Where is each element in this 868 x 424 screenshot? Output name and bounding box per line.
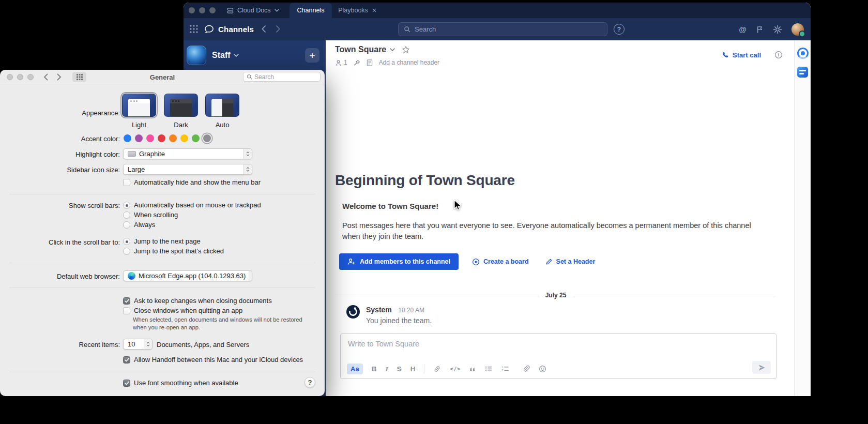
section-divider — [9, 194, 315, 194]
accent-swatch-graphite[interactable] — [203, 134, 211, 142]
help-button[interactable]: ? — [304, 377, 315, 388]
channel-info-icon[interactable] — [774, 51, 783, 59]
show-formatting-button[interactable]: Aa — [347, 364, 363, 374]
server-menu[interactable]: Cloud Docs — [227, 3, 279, 18]
radio-scrollbars-always[interactable]: Always — [123, 221, 155, 229]
radio-label: Jump to the next page — [134, 237, 201, 245]
add-channel-button[interactable]: + — [305, 48, 319, 63]
radio-jump-next-page[interactable]: Jump to the next page — [123, 237, 201, 245]
forward-button[interactable] — [53, 72, 65, 82]
checkbox-handoff[interactable]: Allow Handoff between this Mac and your … — [123, 356, 303, 364]
set-header-label: Set a Header — [556, 258, 596, 265]
team-avatar[interactable] — [187, 46, 206, 65]
zoom-window-button[interactable] — [209, 7, 216, 13]
appearance-option-dark[interactable]: Dark — [164, 94, 198, 129]
link-button[interactable] — [433, 365, 441, 373]
history-back-button[interactable] — [261, 25, 266, 33]
favorite-star-icon[interactable] — [402, 46, 410, 54]
code-button[interactable]: </> — [450, 366, 460, 372]
highlight-color-select[interactable]: Graphite — [123, 148, 252, 159]
back-button[interactable] — [39, 72, 52, 82]
accent-swatch-pink[interactable] — [146, 134, 154, 142]
close-window-button[interactable] — [7, 74, 13, 80]
window-controls[interactable] — [7, 74, 34, 80]
svg-text:2: 2 — [502, 369, 504, 372]
checkbox-label: Close windows when quitting an app — [134, 307, 242, 314]
italic-button[interactable]: I — [385, 365, 388, 373]
set-header-button[interactable]: Set a Header — [545, 258, 596, 265]
window-controls[interactable] — [189, 7, 216, 13]
user-avatar[interactable] — [791, 23, 804, 36]
quote-button[interactable] — [469, 366, 476, 372]
appearance-option-light[interactable]: Light — [122, 94, 156, 129]
checkbox-font-smoothing[interactable]: Use font smoothing when available — [123, 379, 238, 387]
radio-jump-to-spot[interactable]: Jump to the spot that’s clicked — [123, 247, 224, 255]
show-all-button[interactable] — [72, 72, 86, 82]
recent-items-select[interactable]: 10 — [123, 339, 153, 350]
tab-playbooks[interactable]: Playbooks — [333, 3, 381, 18]
help-button[interactable]: ? — [614, 24, 625, 35]
appearance-option-auto[interactable]: Auto — [205, 94, 239, 129]
preferences-search[interactable] — [243, 72, 321, 82]
accent-swatch-yellow[interactable] — [180, 134, 188, 142]
chevron-down-icon[interactable] — [390, 48, 395, 51]
strikethrough-button[interactable]: S — [397, 365, 402, 373]
product-switcher-icon[interactable] — [189, 24, 199, 34]
checkbox-ask-keep-changes[interactable]: Ask to keep changes when closing documen… — [123, 297, 272, 305]
start-call-button[interactable]: Start call — [722, 51, 761, 59]
numbered-list-button[interactable]: 12 — [501, 366, 509, 372]
sidebar-icon-size-select[interactable]: Large — [123, 164, 252, 175]
minimize-window-button[interactable] — [17, 74, 23, 80]
message-timestamp: 10:20 AM — [398, 307, 424, 314]
sidebar-icon-size-value: Large — [128, 165, 145, 173]
channel-files-icon[interactable] — [367, 59, 373, 66]
message-composer[interactable]: Write to Town Square Aa B I S H </> — [340, 334, 776, 379]
heading-button[interactable]: H — [410, 365, 416, 373]
create-board-button[interactable]: Create a board — [472, 258, 529, 266]
global-search[interactable] — [398, 22, 607, 36]
accent-swatch-purple[interactable] — [135, 134, 143, 142]
playbooks-app-icon[interactable] — [797, 48, 809, 59]
emoji-button[interactable] — [539, 365, 546, 373]
attachment-button[interactable] — [522, 365, 530, 373]
default-browser-select[interactable]: Microsoft Edge.app (104.0.1293.63) — [123, 270, 252, 281]
saved-posts-icon[interactable] — [756, 25, 764, 34]
pinned-posts-icon[interactable] — [354, 59, 360, 66]
add-members-button[interactable]: Add members to this channel — [339, 253, 459, 270]
close-tab-icon[interactable] — [372, 8, 376, 12]
message-author[interactable]: System — [366, 306, 392, 314]
checkbox-label: Automatically hide and show the menu bar — [134, 178, 261, 186]
send-message-button[interactable] — [752, 361, 771, 374]
system-preferences-window: General Appearance: Light Dark Auto Acce… — [0, 70, 325, 396]
boards-app-icon[interactable] — [797, 67, 808, 78]
accent-swatch-orange[interactable] — [169, 134, 177, 142]
member-count[interactable]: 1 — [335, 59, 347, 66]
date-divider-label[interactable]: July 25 — [539, 292, 573, 299]
bold-button[interactable]: B — [372, 365, 377, 373]
minimize-window-button[interactable] — [199, 7, 205, 13]
accent-swatch-green[interactable] — [192, 134, 200, 142]
radio-scrollbars-when-scrolling[interactable]: When scrolling — [123, 211, 178, 219]
app-bar — [794, 40, 811, 396]
search-input[interactable] — [415, 25, 602, 33]
zoom-window-button[interactable] — [27, 74, 34, 80]
settings-gear-icon[interactable] — [773, 25, 782, 34]
accent-swatch-red[interactable] — [158, 134, 165, 142]
team-menu[interactable]: Staff — [212, 51, 239, 60]
bulleted-list-button[interactable] — [485, 366, 493, 372]
checkbox-hide-menubar[interactable]: Automatically hide and show the menu bar — [123, 178, 261, 186]
channel-name[interactable]: Town Square — [335, 45, 386, 54]
accent-swatch-blue[interactable] — [124, 134, 131, 142]
select-stepper-icon — [243, 164, 252, 174]
history-forward-button[interactable] — [276, 25, 281, 33]
add-channel-header-button[interactable]: Add a channel header — [379, 59, 439, 66]
mentions-icon[interactable]: @ — [739, 25, 747, 34]
pencil-icon — [545, 258, 553, 265]
close-window-button[interactable] — [189, 7, 195, 13]
search-input[interactable] — [254, 73, 317, 81]
checkbox-close-windows[interactable]: Close windows when quitting an app — [123, 307, 242, 314]
radio-scrollbars-automatic[interactable]: Automatically based on mouse or trackpad — [123, 201, 261, 209]
edge-browser-icon — [128, 272, 135, 280]
accent-swatch-row — [124, 134, 211, 142]
tab-channels[interactable]: Channels — [290, 3, 332, 18]
